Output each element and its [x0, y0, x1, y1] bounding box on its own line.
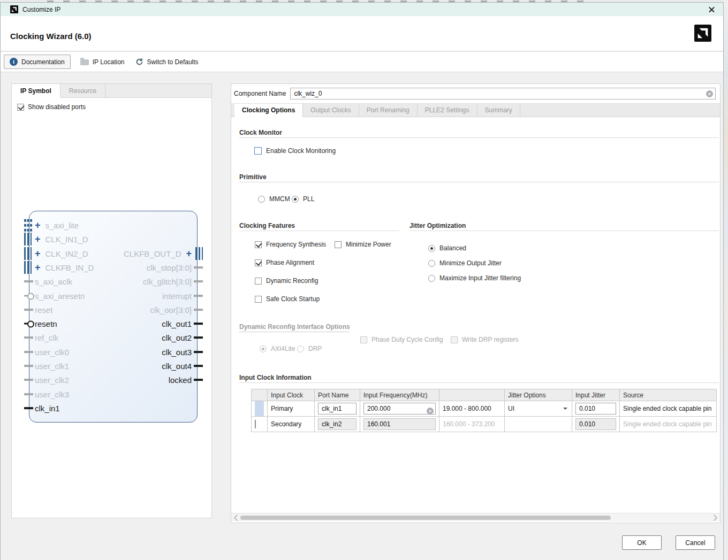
ip-location-button[interactable]: IP Location [75, 55, 130, 69]
port-resetn: resetn [35, 317, 57, 331]
secondary-enable-checkbox[interactable] [255, 420, 256, 428]
close-icon[interactable] [706, 4, 718, 16]
port-clkfb-out-d: CLKFB_OUT_D + [124, 247, 192, 260]
pin-stub-icon [194, 336, 203, 339]
table-row-secondary: Secondary 160.000 - 373.200 Single ended [252, 417, 717, 432]
port-clk-in2-d: + CLK_IN2_D [35, 247, 88, 260]
maximize-input-jitter-filtering-label: Maximize Input Jitter filtering [439, 274, 521, 282]
expand-plus-icon[interactable]: + [35, 236, 41, 243]
show-disabled-ports-checkbox[interactable] [17, 104, 24, 111]
dialog-header: Clocking Wizard (6.0) [1, 16, 723, 51]
scroll-left-arrow-icon[interactable] [234, 515, 239, 520]
axi4lite-label: AXI4Lite [271, 345, 295, 352]
pin-stub-icon [194, 323, 203, 325]
jitter-options-header: Jitter Options [505, 389, 572, 401]
balanced-label: Balanced [439, 244, 466, 252]
primary-frequency-input[interactable] [363, 403, 436, 415]
ip-symbol-block: + s_axi_lite + CLK_IN1_D + CLK_IN2_D + C… [29, 211, 198, 423]
show-disabled-ports-label: Show disabled ports [28, 103, 86, 111]
bus-stub-icon [24, 247, 32, 260]
selector-column-header [252, 389, 268, 401]
tab-plle2-settings[interactable]: PLLE2 Settings [418, 104, 477, 117]
documentation-button[interactable]: Documentation [4, 55, 71, 69]
tab-ip-symbol[interactable]: IP Symbol [12, 84, 60, 98]
pin-stub-icon [24, 280, 33, 282]
dynamic-reconfig-checkbox[interactable] [255, 278, 262, 285]
input-jitter-header: Input Jitter [572, 389, 620, 401]
enable-clock-monitoring-checkbox[interactable] [254, 147, 262, 155]
scrollbar-thumb[interactable] [240, 516, 611, 520]
port-clk-out1: clk_out1 [162, 317, 192, 331]
pin-stub-icon [24, 393, 33, 395]
pll-radio[interactable] [292, 196, 299, 203]
frequency-synthesis-label: Frequency Synthesis [266, 241, 326, 248]
minimize-power-checkbox[interactable] [335, 241, 342, 248]
clear-icon[interactable] [706, 90, 713, 97]
enable-clock-monitoring-label: Enable Clock Monitoring [266, 147, 336, 155]
port-user-clk3: user_clk3 [35, 387, 69, 401]
port-locked: locked [169, 373, 192, 387]
drp-radio [297, 346, 304, 352]
xilinx-logo-icon [10, 5, 18, 13]
main-tab-strip: Clocking Options Output Clocks Port Rena… [231, 103, 720, 117]
port-clk-stop: clk_stop[3:0] [147, 260, 192, 274]
primary-frequency-range: 19.000 - 800.000 [439, 401, 505, 417]
switch-to-defaults-button[interactable]: Switch to Defaults [130, 55, 204, 69]
cancel-button[interactable]: Cancel [676, 535, 715, 550]
clear-icon[interactable] [427, 408, 434, 415]
expand-plus-icon[interactable]: + [35, 250, 41, 257]
minimize-output-jitter-radio[interactable] [428, 260, 435, 267]
dynamic-reconfig-label: Dynamic Reconfig [266, 277, 318, 285]
clocking-features-heading: Clocking Features [239, 222, 295, 229]
mmcm-radio[interactable] [258, 196, 265, 203]
balanced-radio[interactable] [428, 245, 435, 252]
ip-symbol-panel: IP Symbol Resource Show disabled ports +… [11, 83, 212, 518]
primary-source-cell[interactable]: Single ended clock capable pin [620, 401, 717, 417]
port-clk-in1-d: + CLK_IN1_D [35, 232, 88, 246]
minimize-output-jitter-label: Minimize Output Jitter [439, 259, 502, 267]
tab-clocking-options[interactable]: Clocking Options [234, 104, 303, 117]
tab-port-renaming[interactable]: Port Renaming [359, 104, 418, 117]
bus-stub-icon [24, 219, 26, 222]
configuration-panel: Component Name Clocking Options Output C… [231, 83, 721, 523]
frequency-synthesis-checkbox[interactable] [255, 241, 262, 248]
minimize-power-label: Minimize Power [346, 241, 391, 248]
tab-output-clocks[interactable]: Output Clocks [303, 104, 359, 117]
pll-label: PLL [303, 195, 314, 203]
port-clkfb-in-d: + CLKFB_IN_D [35, 260, 94, 274]
pin-stub-icon [24, 407, 33, 409]
horizontal-scrollbar [231, 513, 720, 521]
phase-alignment-checkbox[interactable] [255, 259, 262, 266]
divider [410, 231, 719, 231]
toolbar: Documentation IP Location Switch to Defa… [1, 52, 723, 72]
divider [239, 382, 719, 383]
port-clk-oor: clk_oor[3:0] [150, 303, 192, 317]
pin-stub-icon [194, 351, 203, 353]
primary-jitter-options-dropdown[interactable]: UI [505, 401, 572, 417]
mmcm-label: MMCM [269, 195, 290, 203]
expand-plus-icon[interactable]: + [35, 222, 41, 229]
primary-input-jitter-input[interactable] [575, 403, 616, 415]
write-drp-registers-label: Write DRP registers [462, 336, 519, 343]
safe-clock-startup-checkbox[interactable] [255, 296, 262, 303]
divider [239, 231, 399, 231]
pin-stub-icon [24, 309, 33, 311]
expand-plus-icon[interactable]: + [35, 264, 41, 271]
component-name-input[interactable] [290, 88, 716, 99]
tab-resource[interactable]: Resource [60, 84, 105, 97]
title-bar: Customize IP [1, 3, 723, 16]
bus-stub-icon [195, 247, 203, 260]
port-user-clk1: user_clk1 [35, 359, 69, 373]
pin-stub-icon [194, 280, 203, 282]
expand-plus-icon[interactable]: + [186, 250, 192, 257]
tab-summary[interactable]: Summary [477, 104, 520, 117]
primary-port-name-input[interactable] [318, 403, 357, 415]
xilinx-brand-icon [694, 25, 711, 42]
port-user-clk0: user_clk0 [35, 345, 69, 359]
ok-button[interactable]: OK [622, 535, 662, 550]
scroll-right-arrow-icon[interactable] [712, 515, 717, 520]
port-reset: reset [35, 303, 52, 317]
input-clock-information-heading: Input Clock Information [239, 374, 312, 381]
maximize-input-jitter-filtering-radio[interactable] [428, 275, 435, 282]
bus-stub-icon [24, 261, 32, 274]
